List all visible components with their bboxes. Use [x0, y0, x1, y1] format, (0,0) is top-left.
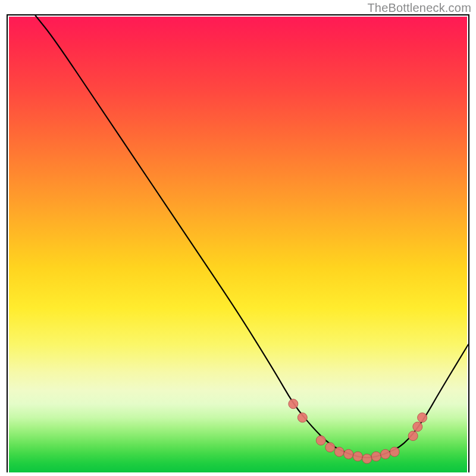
data-marker: [381, 449, 390, 459]
data-marker: [408, 431, 418, 441]
data-marker: [298, 413, 307, 422]
data-marker: [418, 413, 427, 422]
data-marker: [316, 436, 325, 445]
bottleneck-curve: [35, 15, 468, 458]
data-marker: [289, 399, 298, 409]
data-marker: [362, 454, 372, 464]
plot-frame: [7, 14, 469, 472]
data-marker: [353, 452, 362, 461]
chart-svg: [8, 15, 468, 472]
data-marker: [371, 452, 381, 461]
data-marker: [413, 422, 422, 431]
data-marker: [334, 447, 344, 456]
data-marker: [344, 449, 353, 459]
chart-canvas: TheBottleneck.com: [0, 0, 476, 476]
marker-group: [289, 399, 427, 464]
data-marker: [325, 443, 335, 452]
attribution-label: TheBottleneck.com: [367, 1, 471, 15]
data-marker: [390, 447, 399, 456]
